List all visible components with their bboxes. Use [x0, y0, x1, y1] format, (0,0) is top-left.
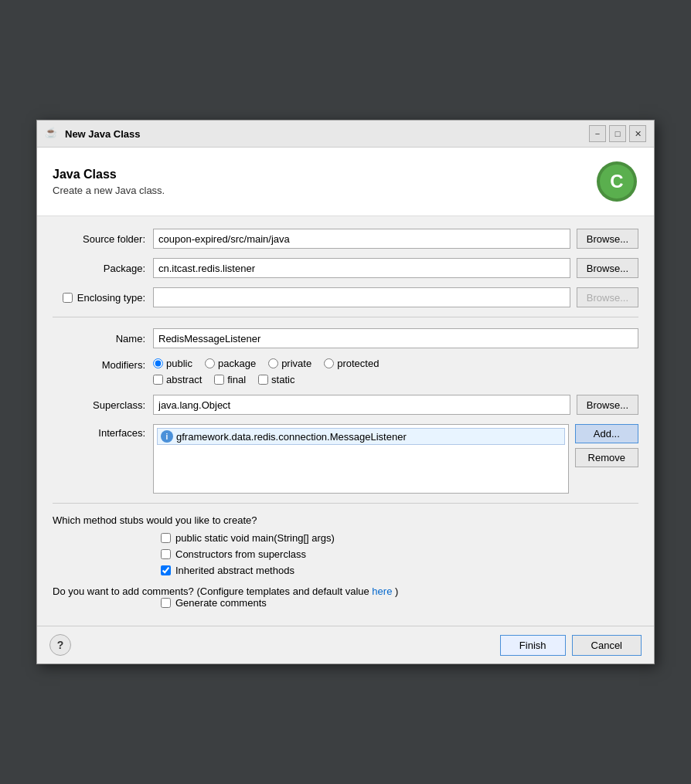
- stub-constructors-row: Constructors from superclass: [161, 548, 638, 560]
- remove-interface-button[interactable]: Remove: [575, 448, 638, 467]
- stub-inherited-row: Inherited abstract methods: [161, 565, 638, 576]
- modifier-protected-text: protected: [337, 358, 379, 369]
- source-folder-input[interactable]: [153, 229, 570, 249]
- modifier-package-label[interactable]: package: [205, 358, 256, 369]
- modifier-static-checkbox[interactable]: [258, 375, 268, 385]
- stub-main-label: public static void main(String[] args): [175, 532, 335, 544]
- dialog-icon: ☕: [45, 127, 59, 141]
- modifier-private-label[interactable]: private: [268, 358, 311, 369]
- cancel-button[interactable]: Cancel: [572, 635, 642, 656]
- package-browse-button[interactable]: Browse...: [577, 258, 638, 278]
- stub-inherited-label: Inherited abstract methods: [175, 565, 294, 576]
- package-label: Package:: [53, 263, 153, 274]
- new-java-class-dialog: ☕ New Java Class − □ ✕ Java Class Create…: [36, 120, 655, 664]
- header-subtitle: Create a new Java class.: [53, 185, 165, 196]
- enclosing-type-label-text: Enclosing type:: [77, 292, 145, 304]
- svg-text:C: C: [610, 171, 623, 192]
- stub-constructors-checkbox[interactable]: [161, 549, 171, 559]
- modifier-protected-radio[interactable]: [324, 358, 334, 368]
- modifier-final-checkbox[interactable]: [214, 375, 224, 385]
- interface-text: gframework.data.redis.connection.Message…: [176, 431, 407, 443]
- source-folder-label: Source folder:: [53, 233, 153, 245]
- stub-constructors-label: Constructors from superclass: [175, 548, 306, 560]
- method-stubs-question: Which method stubs would you like to cre…: [53, 514, 638, 526]
- modifier-public-text: public: [166, 358, 192, 369]
- divider-2: [53, 503, 638, 504]
- interfaces-container: i gframework.data.redis.connection.Messa…: [153, 424, 569, 494]
- name-label: Name:: [53, 333, 153, 344]
- modifier-abstract-label[interactable]: abstract: [153, 374, 202, 385]
- dialog-header: Java Class Create a new Java class. C: [37, 148, 654, 216]
- divider-1: [53, 317, 638, 317]
- interfaces-buttons: Add... Remove: [575, 424, 638, 467]
- modifier-final-label[interactable]: final: [214, 374, 246, 385]
- modifiers-container: public package private protected: [153, 358, 638, 385]
- finish-button[interactable]: Finish: [500, 635, 566, 656]
- package-row: Package: Browse...: [53, 258, 638, 278]
- name-input[interactable]: [153, 328, 638, 348]
- modifier-public-label[interactable]: public: [153, 358, 192, 369]
- comments-here-link[interactable]: here: [372, 585, 392, 597]
- generate-comments-label: Generate comments: [175, 597, 267, 609]
- interfaces-label: Interfaces:: [53, 424, 153, 439]
- modifier-package-radio[interactable]: [205, 358, 215, 368]
- generate-comments-row: Generate comments: [161, 597, 638, 609]
- minimize-button[interactable]: −: [589, 125, 606, 142]
- stub-main-checkbox[interactable]: [161, 533, 171, 543]
- java-logo: C: [595, 160, 638, 203]
- modifier-protected-label[interactable]: protected: [324, 358, 379, 369]
- dialog-title: New Java Class: [65, 128, 583, 140]
- header-text: Java Class Create a new Java class.: [53, 168, 165, 196]
- modifiers-row: Modifiers: public package private: [53, 358, 638, 385]
- modifier-private-text: private: [281, 358, 311, 369]
- name-row: Name:: [53, 328, 638, 348]
- comments-section: Do you want to add comments? (Configure …: [53, 585, 638, 609]
- modifier-private-radio[interactable]: [268, 358, 278, 368]
- add-interface-button[interactable]: Add...: [575, 424, 638, 443]
- enclosing-type-input[interactable]: [153, 287, 570, 307]
- interfaces-box: i gframework.data.redis.connection.Messa…: [153, 424, 569, 494]
- window-controls: − □ ✕: [589, 125, 646, 142]
- superclass-input[interactable]: [153, 395, 570, 415]
- superclass-label: Superclass:: [53, 399, 153, 411]
- modifier-abstract-text: abstract: [166, 374, 202, 385]
- modifier-static-text: static: [271, 374, 294, 385]
- enclosing-type-checkbox[interactable]: [63, 293, 73, 303]
- source-folder-row: Source folder: Browse...: [53, 229, 638, 249]
- modifiers-extra-row: abstract final static: [153, 374, 638, 385]
- superclass-row: Superclass: Browse...: [53, 395, 638, 415]
- comments-question: Do you want to add comments? (Configure …: [53, 585, 638, 597]
- modifiers-access-row: public package private protected: [153, 358, 638, 369]
- generate-comments-checkbox[interactable]: [161, 598, 171, 608]
- modifier-final-text: final: [227, 374, 246, 385]
- close-button[interactable]: ✕: [629, 125, 646, 142]
- enclosing-type-browse-button: Browse...: [577, 287, 638, 307]
- footer-left: ?: [49, 634, 71, 656]
- stub-inherited-checkbox[interactable]: [161, 565, 171, 575]
- enclosing-type-row: Enclosing type: Browse...: [53, 287, 638, 307]
- maximize-button[interactable]: □: [609, 125, 626, 142]
- dialog-footer: ? Finish Cancel: [37, 626, 654, 664]
- interface-icon: i: [161, 430, 173, 443]
- modifier-abstract-checkbox[interactable]: [153, 375, 163, 385]
- header-title: Java Class: [53, 168, 165, 182]
- method-stubs-section: Which method stubs would you like to cre…: [53, 514, 638, 576]
- stub-main-row: public static void main(String[] args): [161, 532, 638, 544]
- modifier-static-label[interactable]: static: [258, 374, 294, 385]
- dialog-body: Source folder: Browse... Package: Browse…: [37, 216, 654, 626]
- enclosing-type-label: Enclosing type:: [53, 292, 153, 304]
- footer-buttons: Finish Cancel: [500, 635, 642, 656]
- title-bar: ☕ New Java Class − □ ✕: [37, 120, 654, 148]
- interfaces-row: Interfaces: i gframework.data.redis.conn…: [53, 424, 638, 494]
- modifiers-label: Modifiers:: [53, 358, 153, 371]
- modifier-package-text: package: [218, 358, 256, 369]
- source-folder-browse-button[interactable]: Browse...: [577, 229, 638, 249]
- help-button[interactable]: ?: [49, 634, 71, 656]
- modifier-public-radio[interactable]: [153, 358, 163, 368]
- superclass-browse-button[interactable]: Browse...: [577, 395, 638, 415]
- interface-item: i gframework.data.redis.connection.Messa…: [157, 428, 565, 445]
- comments-question-text: Do you want to add comments? (Configure …: [53, 585, 372, 597]
- comments-question-end: ): [395, 585, 398, 597]
- package-input[interactable]: [153, 258, 570, 278]
